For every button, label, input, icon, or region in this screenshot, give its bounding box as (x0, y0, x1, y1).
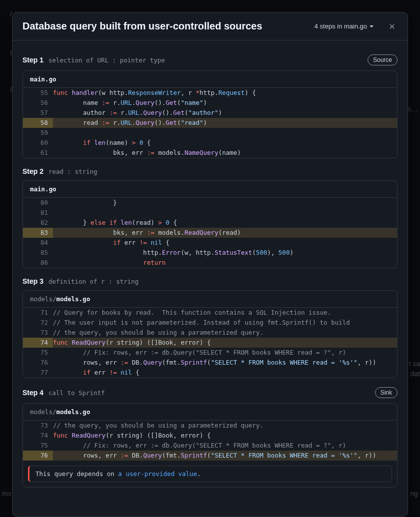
alert-link[interactable]: a user-provided value (118, 470, 197, 478)
code-content: func ReadQuery(r string) ([]Book, error)… (53, 338, 397, 348)
step-group: Step 4call to SprintfSinkmodels/models.g… (22, 387, 398, 488)
step-group: Step 2read : stringmain.go80 }8182 } els… (22, 167, 398, 268)
code-line[interactable]: 76 rows, err := DB.Query(fmt.Sprintf("SE… (23, 451, 397, 461)
step-description: definition of r : string (48, 278, 139, 285)
code-line[interactable]: 73// the query, you should be using a pa… (23, 421, 397, 431)
code-line[interactable]: 75 // Fix: rows, err := db.Query("SELECT… (23, 441, 397, 451)
code-line[interactable]: 80 } (23, 198, 397, 208)
file-path[interactable]: models/models.go (23, 404, 397, 421)
step-header: Step 4call to SprintfSink (22, 387, 398, 398)
line-number: 81 (23, 208, 53, 218)
code-content (53, 128, 397, 138)
code-box: models/models.go73// the query, you shou… (22, 403, 398, 488)
code-box: main.go80 }8182 } else if len(read) > 0 … (22, 180, 398, 268)
step-header: Step 3definition of r : string (22, 277, 398, 285)
step-label: Step 3 (22, 277, 43, 285)
code-line[interactable]: 85 http.Error(w, http.StatusText(500), 5… (23, 248, 397, 258)
code-line[interactable]: 77 if err != nil { (23, 368, 397, 378)
code-content: bks, err := models.NameQuery(name) (53, 148, 397, 158)
code-content: return (53, 258, 397, 268)
line-number: 74 (23, 431, 53, 441)
code-box: models/models.go71// Query for books by … (22, 290, 398, 378)
code-line[interactable]: 74func ReadQuery(r string) ([]Book, erro… (23, 431, 397, 441)
code-line[interactable]: 56 name := r.URL.Query().Get("name") (23, 98, 397, 108)
code-content: if len(name) > 0 { (53, 138, 397, 148)
close-icon (388, 22, 396, 30)
line-number: 82 (23, 218, 53, 228)
code-content: } else if len(read) > 0 { (53, 218, 397, 228)
code-content: http.Error(w, http.StatusText(500), 500) (53, 248, 397, 258)
code-line[interactable]: 59 (23, 128, 397, 138)
step-label: Step 2 (22, 167, 43, 175)
code-line[interactable]: 74func ReadQuery(r string) ([]Book, erro… (23, 338, 397, 348)
line-number: 77 (23, 368, 53, 378)
step-label: Step 1 (22, 56, 43, 64)
code-line[interactable]: 83 bks, err := models.ReadQuery(read) (23, 228, 397, 238)
modal-body[interactable]: Step 1selection of URL : pointer typeSou… (12, 40, 408, 517)
step-label: Step 4 (22, 389, 43, 397)
code-line[interactable]: 55func handler(w http.ResponseWriter, r … (23, 88, 397, 98)
close-button[interactable] (387, 21, 398, 32)
chevron-down-icon (370, 25, 374, 27)
line-number: 83 (23, 228, 53, 238)
step-group: Step 1selection of URL : pointer typeSou… (22, 54, 398, 158)
bg-dat: dat (411, 370, 420, 378)
code-content: // Fix: rows, err := db.Query("SELECT * … (53, 348, 397, 358)
code-content: name := r.URL.Query().Get("name") (53, 98, 397, 108)
code-flow-modal: Database query built from user-controlle… (12, 12, 408, 517)
code-content: } (53, 198, 397, 208)
file-path[interactable]: main.go (23, 181, 397, 198)
step-group: Step 3definition of r : stringmodels/mod… (22, 277, 398, 378)
code-content: // the query, you should be using a para… (53, 421, 397, 431)
code-line[interactable]: 71// Query for books by read. This funct… (23, 308, 397, 318)
line-number: 61 (23, 148, 53, 158)
code-line[interactable]: 61 bks, err := models.NameQuery(name) (23, 148, 397, 158)
code-line[interactable]: 72// The user input is not parameterized… (23, 318, 397, 328)
code-line[interactable]: 75 // Fix: rows, err := db.Query("SELECT… (23, 348, 397, 358)
code-content: // Fix: rows, err := db.Query("SELECT * … (53, 441, 397, 451)
code-content (53, 208, 397, 218)
modal-title: Database query built from user-controlle… (22, 20, 262, 32)
code-content: // the query, you should be using a para… (53, 328, 397, 338)
code-line[interactable]: 58 read := r.URL.Query().Get("read") (23, 118, 397, 128)
code-line[interactable]: 76 rows, err := DB.Query(fmt.Sprintf("SE… (23, 358, 397, 368)
steps-dropdown[interactable]: 4 steps in main.go (314, 22, 374, 30)
line-number: 84 (23, 238, 53, 248)
line-number: 80 (23, 198, 53, 208)
modal-header: Database query built from user-controlle… (12, 12, 408, 40)
code-line[interactable]: 81 (23, 208, 397, 218)
code-line[interactable]: 84 if err != nil { (23, 238, 397, 248)
line-number: 85 (23, 248, 53, 258)
line-number: 74 (23, 338, 53, 348)
code-line[interactable]: 86 return (23, 258, 397, 268)
step-header: Step 1selection of URL : pointer typeSou… (22, 54, 398, 65)
file-path[interactable]: models/models.go (23, 291, 397, 308)
code-content: bks, err := models.ReadQuery(read) (53, 228, 397, 238)
code-content: if err != nil { (53, 368, 397, 378)
code-line[interactable]: 60 if len(name) > 0 { (23, 138, 397, 148)
bg-sa: t sa (409, 360, 420, 368)
line-number: 59 (23, 128, 53, 138)
line-number: 71 (23, 308, 53, 318)
file-path[interactable]: main.go (23, 71, 397, 88)
code-line[interactable]: 82 } else if len(read) > 0 { (23, 218, 397, 228)
steps-dropdown-label: 4 steps in main.go (314, 22, 367, 30)
line-number: 60 (23, 138, 53, 148)
code-content: if err != nil { (53, 238, 397, 248)
code-listing: 55func handler(w http.ResponseWriter, r … (23, 88, 397, 158)
line-number: 72 (23, 318, 53, 328)
step-header: Step 2read : string (22, 167, 398, 175)
code-content: func handler(w http.ResponseWriter, r *h… (53, 88, 397, 98)
line-number: 76 (23, 358, 53, 368)
line-number: 58 (23, 118, 53, 128)
code-content: // The user input is not parameterized. … (53, 318, 397, 328)
code-content: rows, err := DB.Query(fmt.Sprintf("SELEC… (53, 358, 397, 368)
bg-ms: ms (2, 490, 11, 498)
code-line[interactable]: 73// the query, you should be using a pa… (23, 328, 397, 338)
line-number: 57 (23, 108, 53, 118)
alert-message: This query depends on a user-provided va… (28, 466, 392, 482)
code-listing: 71// Query for books by read. This funct… (23, 308, 397, 378)
code-line[interactable]: 57 author := r.URL.Query().Get("author") (23, 108, 397, 118)
line-number: 75 (23, 441, 53, 451)
code-content: author := r.URL.Query().Get("author") (53, 108, 397, 118)
